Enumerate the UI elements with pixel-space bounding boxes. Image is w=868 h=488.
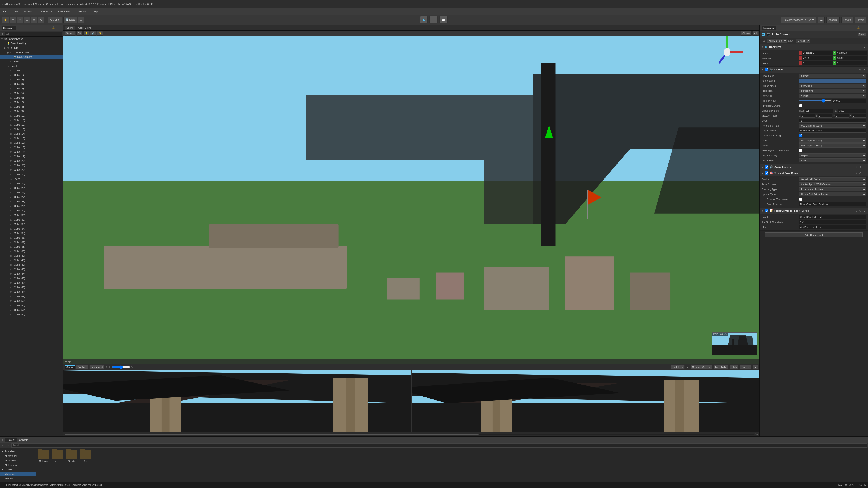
tree-item-Cube--46-[interactable]: □Cube (46) — [0, 281, 63, 285]
fov-slider[interactable] — [799, 100, 831, 101]
pivot-center[interactable]: ⊙ Center — [48, 17, 62, 23]
tree-item-Cube--26-[interactable]: □Cube (26) — [0, 190, 63, 195]
audio-listener-question[interactable]: ? — [856, 166, 858, 168]
project-back[interactable]: ← — [1, 444, 5, 447]
tree-item-Cube--47-[interactable]: □Cube (47) — [0, 285, 63, 290]
tree-item-Cube--37-[interactable]: □Cube (37) — [0, 240, 63, 245]
game-display[interactable]: Display 1 — [76, 365, 88, 369]
scene-all-btn[interactable]: All — [752, 31, 758, 36]
audio-listener-settings[interactable]: ⚙ — [859, 166, 862, 168]
near-input[interactable] — [805, 109, 833, 113]
tree-item-Cube--51-[interactable]: □Cube (51) — [0, 303, 63, 308]
scene-view[interactable]: Scene Asset Store Shaded 3D 💡 🔊 ✨ Gizmos… — [63, 25, 760, 364]
physical-camera-checkbox[interactable] — [799, 104, 802, 107]
game-more-btn[interactable]: ▼ — [753, 365, 758, 369]
collab-button[interactable]: Preview Packages In Use ▼ — [781, 17, 816, 23]
tree-item-Cube--42-[interactable]: □Cube (42) — [0, 263, 63, 267]
scene-audio-btn[interactable]: 🔊 — [90, 31, 96, 36]
tool-scale[interactable]: ⊞ — [24, 17, 30, 23]
rendering-path-dropdown[interactable]: Use Graphics Settings — [799, 124, 866, 128]
device-dropdown[interactable]: Generic XR Device — [799, 177, 866, 182]
target-display-dropdown[interactable]: Display 1 — [799, 153, 866, 158]
right-controller-more[interactable]: ⋮ — [863, 209, 866, 213]
menu-edit[interactable]: Edit — [12, 10, 19, 13]
tree-item-Cube--18-[interactable]: □Cube (18) — [0, 150, 63, 154]
right-controller-question[interactable]: ? — [856, 209, 858, 213]
tree-item-Cube--9-[interactable]: □Cube (9) — [0, 109, 63, 113]
tree-item-Cube--41-[interactable]: □Cube (41) — [0, 258, 63, 263]
scene-canvas[interactable] — [63, 31, 760, 364]
tool-transform[interactable]: ⊕ — [38, 17, 44, 23]
tool-rotate[interactable]: ↺ — [17, 17, 23, 23]
tracked-pose-more[interactable]: ⋮ — [863, 172, 866, 175]
tree-item-Cube--19-[interactable]: □Cube (19) — [0, 154, 63, 159]
inspector-content[interactable]: 📷 Main Camera Static Tag MainCamera Laye… — [760, 31, 868, 436]
use-relative-transform-checkbox[interactable] — [799, 198, 802, 201]
transform-more[interactable]: ⋮ — [863, 45, 866, 48]
tree-item-Cube--52-[interactable]: □Cube (52) — [0, 308, 63, 312]
pos-x-input[interactable] — [802, 51, 833, 55]
game-aspect[interactable]: Free Aspect — [89, 365, 104, 369]
tracked-pose-question[interactable]: ? — [856, 172, 858, 175]
tracked-pose-settings[interactable]: ⚙ — [859, 172, 862, 175]
projection-dropdown[interactable]: Perspective — [799, 89, 866, 93]
tree-item-Cube--8-[interactable]: □Cube (8) — [0, 104, 63, 109]
scene-shaded-btn[interactable]: Shaded — [65, 31, 75, 36]
tree-item-Camera-Offset[interactable]: ▶□Camera Offset — [0, 50, 63, 55]
inspector-lock[interactable]: 🔒 — [856, 26, 861, 30]
both-eyes-btn[interactable]: Both Eyes — [671, 365, 685, 369]
camera-settings[interactable]: ⚙ — [859, 68, 862, 71]
add-component-btn[interactable]: Add Component — [765, 232, 863, 237]
tracking-type-dropdown[interactable]: Rotation And Position — [799, 187, 866, 191]
audio-listener-more[interactable]: ⋮ — [863, 166, 866, 168]
right-controller-enabled[interactable] — [765, 209, 768, 213]
tracked-pose-header[interactable]: ▼ 🎯 Tracked Pose Driver ? ⚙ ⋮ — [760, 170, 868, 176]
audio-listener-enabled[interactable] — [765, 165, 768, 168]
rot-y-input[interactable] — [836, 56, 867, 60]
camera-more[interactable]: ⋮ — [863, 68, 866, 71]
tree-item-Cube--10-[interactable]: □Cube (10) — [0, 113, 63, 118]
mute-audio-btn[interactable]: Mute Audio — [714, 365, 728, 369]
all-models-item[interactable]: All Models — [0, 458, 36, 463]
right-controller-header[interactable]: ▼ 📝 Right Controller Look (Script) ? ⚙ ⋮ — [760, 208, 868, 214]
tree-item-Cube--20-[interactable]: □Cube (20) — [0, 159, 63, 163]
tree-item-Cube--30-[interactable]: □Cube (30) — [0, 208, 63, 213]
tree-item-Cube--5-[interactable]: □Cube (5) — [0, 91, 63, 95]
hierarchy-content[interactable]: ▼🎬SampleScene 💡Directional Light▶□XRRig▶… — [0, 37, 63, 436]
game-tab[interactable]: Game — [65, 365, 75, 369]
tree-item-Cube--48-[interactable]: □Cube (48) — [0, 290, 63, 294]
target-eye-dropdown[interactable]: Both — [799, 158, 866, 162]
all-prefabs-item[interactable]: All Prefabs — [0, 463, 36, 467]
project-search[interactable] — [11, 444, 867, 448]
tree-item-Cube--31-[interactable]: □Cube (31) — [0, 213, 63, 217]
vr-y-input[interactable] — [818, 113, 832, 118]
game-view[interactable]: Game Display 1 Free Aspect Scale 1x Both… — [63, 364, 760, 436]
maximize-on-play-btn[interactable]: Maximize On Play — [690, 365, 712, 369]
tree-item-Cube--43-[interactable]: □Cube (43) — [0, 267, 63, 271]
game-gizmos-btn[interactable]: Gizmos — [740, 365, 751, 369]
tree-item-Cube--36-[interactable]: □Cube (36) — [0, 235, 63, 240]
tree-item-Cube--24-[interactable]: □Cube (24) — [0, 181, 63, 186]
snap-btn[interactable]: ⊞ — [78, 17, 84, 23]
joystick-sens-input[interactable] — [799, 220, 866, 224]
target-texture-input[interactable] — [799, 129, 866, 133]
tree-item-Cube--13-[interactable]: □Cube (13) — [0, 127, 63, 131]
asset-xr[interactable]: XR — [80, 450, 91, 462]
menu-gameobject[interactable]: GameObject — [37, 10, 53, 13]
script-input[interactable] — [799, 215, 866, 219]
tree-item-Cube--25-[interactable]: □Cube (25) — [0, 186, 63, 190]
tree-item-Feet[interactable]: □Feet — [0, 59, 63, 64]
tree-item-Plane[interactable]: ▭Plane — [0, 177, 63, 181]
step-button[interactable]: ⏭ — [439, 16, 447, 24]
play-button[interactable]: ▶ — [420, 16, 428, 24]
tree-item-Cube--34-[interactable]: □Cube (34) — [0, 226, 63, 231]
allow-dynamic-res-checkbox[interactable] — [799, 149, 802, 152]
tree-item-Cube--3-[interactable]: □Cube (3) — [0, 82, 63, 86]
layout-dropdown[interactable]: Layout — [855, 17, 866, 23]
all-material-item[interactable]: All Material — [0, 454, 36, 458]
tree-item-Directional-Light[interactable]: 💡Directional Light — [0, 41, 63, 46]
rot-x-input[interactable] — [802, 56, 833, 60]
inspector-tab[interactable]: Inspector — [762, 26, 776, 30]
stats-btn[interactable]: Stats — [730, 365, 738, 369]
depth-input[interactable] — [799, 119, 866, 123]
